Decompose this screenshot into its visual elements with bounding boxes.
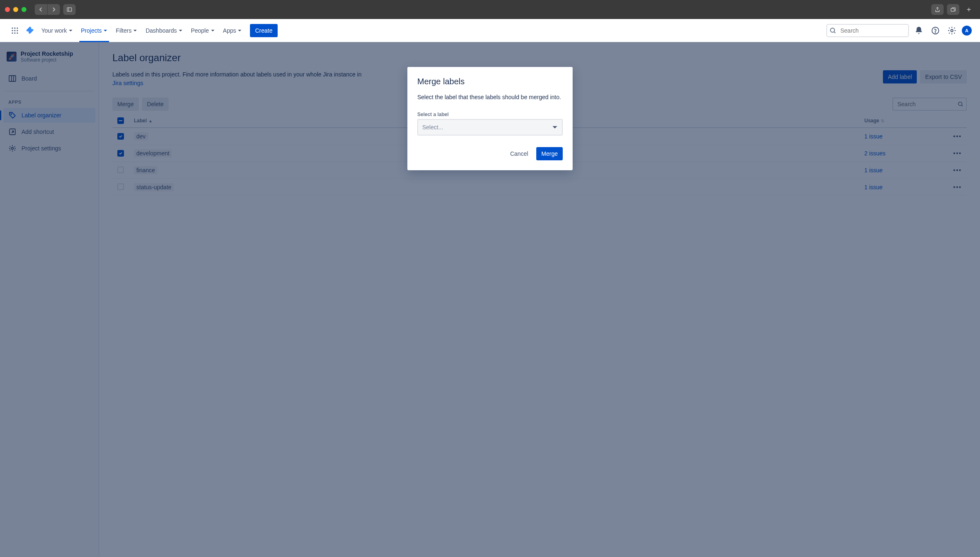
chevron-down-icon xyxy=(178,29,183,33)
nav-back-forward xyxy=(35,4,60,15)
select-label-field-label: Select a label xyxy=(417,112,563,117)
nav-your-work[interactable]: Your work xyxy=(38,24,76,37)
back-button[interactable] xyxy=(35,4,47,15)
global-search xyxy=(826,24,909,37)
nav-dashboards[interactable]: Dashboards xyxy=(142,24,186,37)
sidebar-toggle-button[interactable] xyxy=(63,4,76,15)
chevron-down-icon xyxy=(238,29,242,33)
svg-point-8 xyxy=(17,30,18,31)
svg-point-6 xyxy=(12,30,13,31)
search-input[interactable] xyxy=(826,24,909,37)
svg-point-4 xyxy=(14,27,15,29)
nav-projects[interactable]: Projects xyxy=(78,24,111,37)
svg-point-10 xyxy=(14,32,15,33)
cancel-button[interactable]: Cancel xyxy=(505,147,533,160)
svg-point-3 xyxy=(12,27,13,29)
svg-point-14 xyxy=(935,32,936,33)
nav-filters[interactable]: Filters xyxy=(112,24,140,37)
chevron-down-icon xyxy=(103,29,107,33)
nav-people-label: People xyxy=(191,27,209,34)
create-button[interactable]: Create xyxy=(250,24,277,37)
svg-point-5 xyxy=(17,27,18,29)
settings-icon[interactable] xyxy=(945,24,959,37)
chevron-down-icon xyxy=(211,29,215,33)
top-nav: Your work Projects Filters Dashboards Pe… xyxy=(0,19,980,42)
svg-rect-0 xyxy=(67,8,72,12)
close-window-button[interactable] xyxy=(5,7,10,12)
avatar[interactable]: A xyxy=(962,26,972,36)
svg-point-7 xyxy=(14,30,15,31)
merge-labels-modal: Merge labels Select the label that these… xyxy=(407,67,573,170)
share-button[interactable] xyxy=(931,4,944,15)
chevron-down-icon xyxy=(552,124,558,130)
nav-people[interactable]: People xyxy=(188,24,218,37)
help-icon[interactable] xyxy=(929,24,942,37)
svg-point-12 xyxy=(830,28,835,32)
svg-point-15 xyxy=(951,29,953,32)
select-placeholder: Select... xyxy=(422,124,443,131)
app-switcher-icon[interactable] xyxy=(8,24,21,37)
chevron-down-icon xyxy=(133,29,137,33)
maximize-window-button[interactable] xyxy=(21,7,26,12)
svg-rect-2 xyxy=(951,8,954,11)
minimize-window-button[interactable] xyxy=(13,7,18,12)
nav-apps-label: Apps xyxy=(223,27,236,34)
nav-apps[interactable]: Apps xyxy=(220,24,245,37)
nav-filters-label: Filters xyxy=(116,27,131,34)
modal-backdrop[interactable]: Merge labels Select the label that these… xyxy=(0,42,980,557)
modal-title: Merge labels xyxy=(417,77,563,86)
nav-dashboards-label: Dashboards xyxy=(145,27,177,34)
jira-logo-icon[interactable] xyxy=(23,24,36,37)
svg-point-11 xyxy=(17,32,18,33)
nav-your-work-label: Your work xyxy=(41,27,67,34)
notifications-icon[interactable] xyxy=(912,24,925,37)
traffic-lights xyxy=(5,7,26,12)
modal-merge-button[interactable]: Merge xyxy=(536,147,563,160)
chevron-down-icon xyxy=(69,29,73,33)
modal-description: Select the label that these labels shoul… xyxy=(417,93,563,102)
new-tab-button[interactable] xyxy=(963,4,975,15)
forward-button[interactable] xyxy=(48,4,60,15)
tabs-button[interactable] xyxy=(947,4,959,15)
nav-projects-label: Projects xyxy=(81,27,102,34)
svg-point-9 xyxy=(12,32,13,33)
search-icon xyxy=(830,27,836,34)
label-select[interactable]: Select... xyxy=(417,119,563,136)
window-titlebar xyxy=(0,0,980,19)
